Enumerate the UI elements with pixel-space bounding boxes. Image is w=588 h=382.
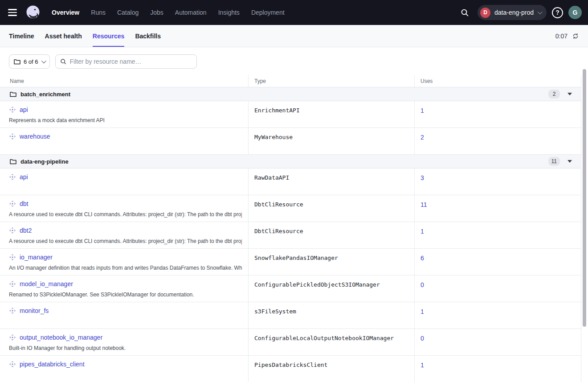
resource-icon (9, 173, 16, 181)
deployment-badge: D (480, 8, 490, 18)
hamburger-menu-icon[interactable] (6, 5, 20, 20)
resource-type: SnowflakePandasIOManager (248, 249, 414, 275)
resource-icon (9, 133, 16, 140)
resource-group-row[interactable]: data-eng-pipeline 11 (0, 155, 581, 168)
tab-resources[interactable]: Resources (93, 25, 125, 47)
resource-uses-link[interactable]: 6 (421, 255, 424, 262)
resource-uses-link[interactable]: 1 (421, 107, 424, 114)
resources-table: Name Type Uses batch_enrichment 2 api Re… (0, 75, 581, 382)
resource-icon (9, 361, 16, 368)
resource-uses-link[interactable]: 1 (421, 308, 424, 315)
resource-uses-link[interactable]: 0 (421, 335, 424, 342)
group-count-badge: 2 (548, 90, 560, 99)
topnav-link-automation[interactable]: Automation (175, 9, 207, 16)
topnav-link-runs[interactable]: Runs (91, 9, 106, 16)
resource-description: Built-in IO Manager for handling output … (9, 345, 242, 351)
deployment-switcher[interactable]: D data-eng-prod (478, 5, 547, 20)
resource-row: model_io_manager Renamed to S3PickleIOMa… (0, 275, 581, 302)
resource-icon (9, 280, 16, 288)
resource-uses-link[interactable]: 3 (421, 174, 424, 181)
resource-row: api RawDataAPI 3 (0, 168, 581, 195)
folder-icon (10, 159, 16, 164)
refresh-timer: 0:07 (555, 33, 568, 40)
table-header: Name Type Uses (0, 75, 581, 87)
resource-description: Represents a mock data enrichment API (9, 117, 242, 123)
collapse-caret-icon[interactable] (568, 160, 572, 163)
resource-search[interactable] (55, 54, 197, 69)
resource-uses-link[interactable]: 1 (421, 361, 424, 369)
resource-type: EnrichmentAPI (248, 101, 414, 127)
resource-description: A resource used to execute dbt CLI comma… (9, 211, 242, 218)
tab-timeline[interactable]: Timeline (9, 25, 34, 47)
resource-row: pipes_databricks_client PipesDatabricksC… (0, 356, 581, 382)
resource-icon (9, 227, 16, 234)
resource-name-link[interactable]: output_notebook_io_manager (20, 334, 102, 341)
resource-name-link[interactable]: monitor_fs (20, 307, 49, 314)
tab-bar: TimelineAsset healthResourcesBackfills 0… (0, 25, 588, 47)
folder-icon (10, 91, 16, 97)
group-filter-button[interactable]: 6 of 6 (9, 54, 50, 69)
resource-table-body: batch_enrichment 2 api Represents a mock… (0, 87, 581, 382)
refresh-icon[interactable] (572, 33, 579, 40)
resource-row: warehouse MyWarehouse 2 (0, 128, 581, 155)
topnav-links: OverviewRunsCatalogJobsAutomationInsight… (52, 9, 285, 16)
resource-type: MyWarehouse (248, 128, 414, 154)
group-name: data-eng-pipeline (20, 158, 69, 165)
resource-name-link[interactable]: dbt2 (20, 227, 32, 234)
column-header-name: Name (0, 75, 248, 87)
resource-description: Renamed to S3PickleIOManager. See S3Pick… (9, 292, 242, 298)
folder-icon (14, 59, 20, 65)
resource-type: ConfigurablePickledObjectS3IOManager (248, 275, 414, 302)
deployment-name: data-eng-prod (494, 9, 534, 16)
resource-uses-link[interactable]: 0 (421, 281, 424, 288)
resource-row: monitor_fs s3FileSystem 1 (0, 302, 581, 329)
resource-name-link[interactable]: dbt (20, 200, 28, 207)
resource-uses-link[interactable]: 1 (421, 228, 424, 235)
tab-asset-health[interactable]: Asset health (45, 25, 82, 47)
topnav-link-deployment[interactable]: Deployment (251, 9, 285, 16)
topnav-link-jobs[interactable]: Jobs (150, 9, 163, 16)
resource-row: dbt2 A resource used to execute dbt CLI … (0, 222, 581, 249)
group-name: batch_enrichment (20, 91, 70, 98)
resource-name-link[interactable]: model_io_manager (20, 280, 73, 288)
resource-icon (9, 200, 16, 207)
tab-backfills[interactable]: Backfills (135, 25, 161, 47)
dagster-logo[interactable] (25, 4, 42, 21)
resource-type: DbtCliResource (248, 195, 414, 222)
collapse-caret-icon[interactable] (568, 93, 572, 95)
user-avatar[interactable]: G (568, 6, 582, 19)
search-icon (60, 58, 66, 65)
filter-bar: 6 of 6 (0, 47, 588, 75)
resource-uses-link[interactable]: 11 (421, 201, 427, 208)
vertical-scrollbar[interactable] (583, 69, 586, 327)
chevron-down-icon (538, 9, 543, 14)
resource-type: s3FileSystem (248, 302, 414, 329)
search-icon[interactable] (457, 5, 472, 20)
resource-row: io_manager An I/O manager definition tha… (0, 249, 581, 275)
resource-icon (9, 334, 16, 341)
topnav-link-overview[interactable]: Overview (52, 9, 79, 16)
chevron-down-icon (41, 58, 46, 63)
topnav-link-catalog[interactable]: Catalog (117, 9, 139, 16)
resource-type: RawDataAPI (248, 168, 414, 195)
topnav-link-insights[interactable]: Insights (218, 9, 240, 16)
column-header-type: Type (248, 75, 414, 87)
top-nav: OverviewRunsCatalogJobsAutomationInsight… (0, 0, 588, 25)
help-icon[interactable]: ? (552, 7, 563, 18)
resource-name-link[interactable]: api (20, 173, 28, 181)
column-header-uses: Uses (414, 75, 581, 87)
resource-description: An I/O manager definition that reads inp… (9, 265, 242, 271)
resource-row: output_notebook_io_manager Built-in IO M… (0, 329, 581, 356)
resource-name-link[interactable]: api (20, 106, 28, 113)
resource-name-link[interactable]: pipes_databricks_client (20, 361, 85, 368)
resource-uses-link[interactable]: 2 (421, 134, 424, 141)
resource-group-row[interactable]: batch_enrichment 2 (0, 87, 581, 101)
resource-name-link[interactable]: warehouse (20, 133, 50, 140)
resource-name-link[interactable]: io_manager (20, 254, 53, 261)
resource-icon (9, 254, 16, 261)
resource-type: ConfigurableLocalOutputNotebookIOManager (248, 329, 414, 355)
resource-row: dbt A resource used to execute dbt CLI c… (0, 195, 581, 222)
resource-icon (9, 307, 16, 314)
resource-type: PipesDatabricksClient (248, 356, 414, 382)
resource-search-input[interactable] (70, 58, 192, 65)
